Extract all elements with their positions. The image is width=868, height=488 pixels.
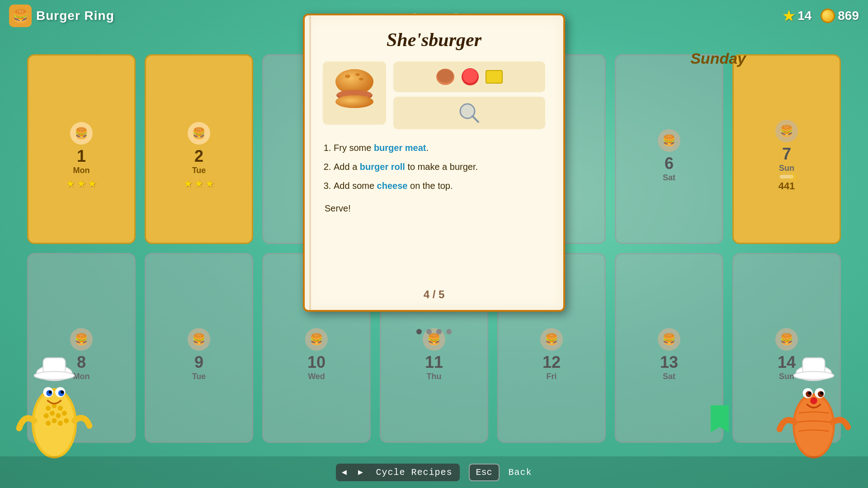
step-3-link: cheese <box>377 181 408 191</box>
day-name-2: Tue <box>192 166 206 175</box>
star-count: 14 <box>797 9 811 23</box>
sunday-score-star-icon: ☆ <box>789 171 798 183</box>
svg-point-44 <box>795 396 833 456</box>
burger-image-panel <box>323 61 386 125</box>
svg-point-12 <box>437 69 453 83</box>
step-1-prefix: Fry some <box>334 143 374 153</box>
day-name-12: Fri <box>546 372 557 381</box>
cycle-recipes-label: Cycle Recipes <box>368 464 459 481</box>
day-icon-14: 🍔 <box>775 328 798 351</box>
day-icon-1: 🍔 <box>70 122 93 145</box>
bottom-bar: ◄ ► Cycle Recipes Esc Back <box>0 456 868 488</box>
day-name-1: Mon <box>73 166 90 175</box>
app-logo: 🍔 Burger Ring <box>9 5 114 27</box>
day-icon-13: 🍔 <box>658 328 680 351</box>
svg-point-10 <box>335 95 373 108</box>
star-2: ★ <box>194 178 203 190</box>
coin-icon <box>821 9 835 23</box>
step-2-prefix: Add a <box>334 162 360 172</box>
burger-illustration <box>330 68 379 118</box>
svg-line-17 <box>472 116 478 122</box>
app-icon: 🍔 <box>9 5 32 27</box>
day-icon-8: 🍔 <box>70 328 93 351</box>
day-card-9[interactable]: 🍔 9 Tue <box>145 253 253 443</box>
step-1-link: burger meat <box>374 143 426 153</box>
day-number-2: 2 <box>194 147 203 166</box>
green-bookmark <box>711 405 729 432</box>
star-score: ★ 14 <box>783 8 811 24</box>
back-label: Back <box>509 467 532 478</box>
step-3-suffix: on the top. <box>407 181 453 191</box>
svg-point-33 <box>64 418 69 423</box>
svg-point-14 <box>463 69 477 83</box>
character-left <box>9 348 99 461</box>
page-dot-4[interactable] <box>446 329 452 334</box>
cycle-left-arrow[interactable]: ◄ <box>336 464 352 480</box>
day-number-11: 11 <box>425 353 443 372</box>
recipe-overlay: She'sburger <box>303 14 565 321</box>
day-card-13[interactable]: 🍔 13 Sat <box>615 253 723 443</box>
day-icon-9: 🍔 <box>188 328 210 351</box>
day-number-12: 12 <box>542 353 561 372</box>
top-right-scores: ★ 14 869 <box>783 8 859 24</box>
step-2-suffix: to make a burger. <box>405 162 478 172</box>
page-number: 4 / 5 <box>424 288 445 301</box>
cycle-recipes-group: ◄ ► Cycle Recipes <box>336 464 459 481</box>
sunday-score: ☆ 441 <box>778 175 795 192</box>
day-card-6[interactable]: 🍔 6 Sat <box>615 54 723 244</box>
day-number-6: 6 <box>665 154 674 173</box>
svg-point-29 <box>62 411 67 416</box>
day-card-1[interactable]: 🍔 1 Mon ★ ★ ★ <box>27 54 136 244</box>
step-3-prefix: Add some <box>334 181 377 191</box>
patty-ingredient-icon <box>435 67 455 87</box>
page-dot-1[interactable] <box>416 329 422 334</box>
day-stars-2: ★ ★ ★ <box>184 178 214 190</box>
svg-point-39 <box>61 390 64 394</box>
day-icon-12: 🍔 <box>540 328 563 351</box>
step-1: Fry some burger meat. <box>334 140 545 155</box>
svg-point-2 <box>345 75 350 78</box>
svg-point-3 <box>355 73 360 76</box>
svg-point-50 <box>820 392 823 395</box>
cheese-ingredient-icon <box>485 69 503 85</box>
star-1: ★ <box>184 178 193 190</box>
svg-rect-15 <box>486 70 502 83</box>
serve-text: Serve! <box>323 201 545 216</box>
app-title: Burger Ring <box>36 9 114 23</box>
svg-point-49 <box>808 392 811 395</box>
day-card-2[interactable]: 🍔 2 Tue ★ ★ ★ <box>145 54 253 244</box>
step-3: Add some cheese on the top. <box>334 178 545 193</box>
svg-point-42 <box>794 371 834 380</box>
day-icon-6: 🍔 <box>658 129 680 152</box>
day-name-13: Sat <box>663 372 675 381</box>
tomato-ingredient-icon <box>461 67 480 86</box>
ingredients-list <box>393 61 545 129</box>
cycle-right-arrow[interactable]: ► <box>352 464 368 480</box>
magnifier-ingredient-icon <box>458 102 480 124</box>
day-card-7[interactable]: 🍔 7 Sun ☆ 441 <box>732 54 841 244</box>
page-dots <box>416 329 452 334</box>
page-dot-2[interactable] <box>426 329 432 334</box>
day-stars-1: ★ ★ ★ <box>66 178 97 190</box>
svg-point-28 <box>56 413 61 418</box>
svg-point-25 <box>58 406 63 411</box>
day-name-6: Sat <box>663 173 675 183</box>
day-name-11: Thu <box>427 372 442 381</box>
day-number-9: 9 <box>194 353 203 372</box>
day-icon-7: 🍔 <box>775 120 798 142</box>
page-dot-3[interactable] <box>436 329 442 334</box>
sunday-label: Sunday <box>690 50 746 67</box>
day-number-10: 10 <box>307 353 326 372</box>
star-icon: ★ <box>783 8 795 24</box>
star-3: ★ <box>88 178 97 190</box>
esc-button[interactable]: Esc <box>469 464 500 481</box>
svg-point-20 <box>34 371 75 380</box>
svg-point-23 <box>46 406 51 411</box>
step-2: Add a burger roll to make a burger. <box>334 159 545 174</box>
day-number-1: 1 <box>77 147 86 166</box>
svg-point-31 <box>52 418 57 423</box>
svg-point-4 <box>359 78 363 80</box>
day-number-13: 13 <box>660 353 678 372</box>
star-3: ★ <box>205 178 214 190</box>
day-name-10: Wed <box>308 372 325 381</box>
